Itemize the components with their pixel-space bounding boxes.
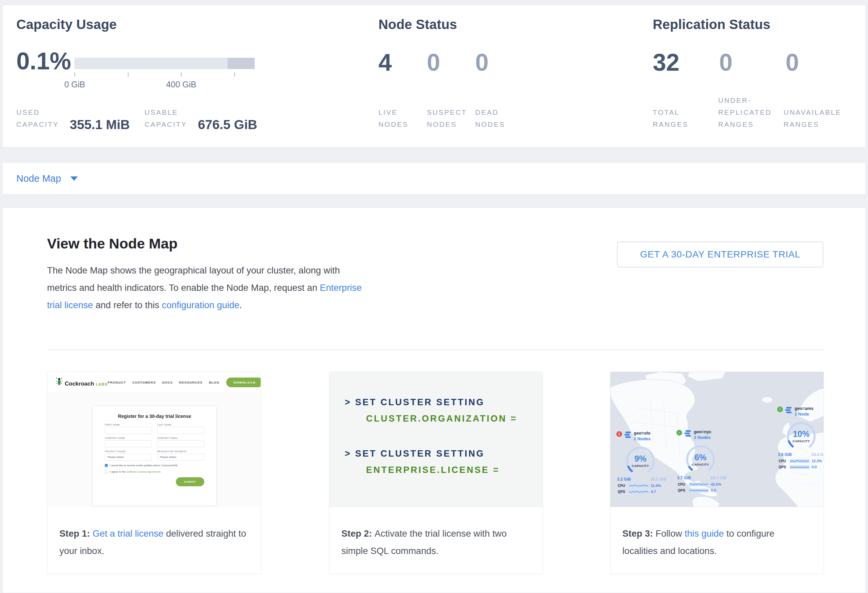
this-guide-link[interactable]: this guide: [685, 528, 724, 539]
field-label: COMPANY EMAIL: [157, 437, 204, 439]
total-capacity: 34.4 GiB: [811, 452, 824, 457]
field-label: PROJECT PHASE: [105, 450, 152, 453]
caption-text: Follow: [655, 528, 685, 539]
node-count: 2 Nodes: [634, 436, 651, 441]
total-ranges-value: 32: [653, 50, 719, 74]
error-badge: 1: [616, 431, 622, 437]
total-capacity: 65.7 GiB: [710, 475, 726, 480]
capacity-percent: 9%: [635, 455, 647, 463]
used-capacity: 3.7 GiB: [677, 475, 691, 480]
total-ranges-label: TOTAL RANGES: [653, 106, 700, 130]
qps-sparkline: [790, 465, 809, 469]
capacity-gauge: 6% CAPACITY: [685, 444, 716, 474]
capacity-bar-used-segment: [227, 58, 255, 69]
agree-text: I agree to the: [110, 470, 126, 473]
trial-license-site-thumbnail: Cockroach LABS PRODUCT CUSTOMERS DOCS RE…: [47, 372, 261, 507]
capacity-range: 3.2 GiB 35.1 GiB: [617, 477, 666, 482]
cpu-sparkline: [689, 483, 709, 486]
brand-suffix: LABS: [96, 382, 108, 386]
location-labels: geo=nyc 2 Nodes: [694, 429, 712, 440]
get-trial-license-link[interactable]: Get a trial license: [93, 528, 163, 539]
company-name-field: [105, 440, 152, 447]
view-selector-bar: Node Map: [2, 162, 866, 194]
capacity-label: CAPACITY: [793, 439, 810, 443]
qps-value: 0.0: [812, 465, 816, 469]
chevron-down-icon[interactable]: [71, 177, 78, 181]
node-status-labels: LIVE NODES SUSPECT NODES DEAD NODES: [378, 99, 524, 130]
submit-button: SUBMIT: [176, 477, 204, 486]
dead-nodes-label: DEAD NODES: [475, 106, 519, 130]
checkbox-checked-icon: [105, 464, 108, 467]
step-number: Step 1:: [59, 528, 93, 539]
under-replicated-ranges-label: UNDER-REPLICATED RANGES: [718, 94, 779, 130]
intro-text: .: [239, 300, 242, 310]
cpu-label: CPU: [779, 459, 788, 463]
dead-nodes-value: 0: [475, 50, 524, 74]
checkbox-unchecked-icon: [105, 470, 108, 473]
total-capacity: 35.1 GiB: [650, 477, 666, 482]
step1-card: Cockroach LABS PRODUCT CUSTOMERS DOCS RE…: [47, 372, 261, 574]
map-location-ams: geo=ams 1 Node 10% CAPACITY: [777, 406, 824, 469]
cpu-value: 11.0%: [651, 484, 661, 488]
unavailable-ranges-value: 0: [785, 50, 852, 74]
section-divider: [47, 350, 824, 350]
locality-name: geo=nyc: [694, 429, 712, 434]
cpu-value: 12.3%: [812, 459, 822, 463]
capacity-bar: 0 GiB 400 GiB: [74, 58, 255, 69]
node-status-values: 4 0 0: [378, 50, 524, 74]
cpu-sparkline: [629, 484, 648, 488]
field-label: LAST NAME: [157, 424, 204, 426]
project-phase-select: Please Select: [105, 453, 152, 461]
replication-status-title: Replication Status: [653, 17, 771, 32]
healthy-badge: [777, 406, 783, 412]
form-title: Register for a 30-day trial license: [105, 413, 204, 419]
capacity-usage-title: Capacity Usage: [16, 17, 117, 32]
first-name-field: [105, 427, 152, 434]
map-location-nyc: geo=nyc 2 Nodes 6% CAPACITY: [676, 429, 729, 492]
node-count: 1 Node: [794, 411, 813, 417]
cluster-summary-panel: Capacity Usage 0.1% 0 GiB 400 GiB USED C…: [2, 5, 866, 147]
view-selector-dropdown[interactable]: Node Map: [16, 173, 61, 184]
qps-value: 4.7: [651, 490, 656, 494]
cpu-sparkline: [790, 459, 809, 463]
company-email-field: [157, 440, 204, 447]
qps-sparkline: [689, 489, 709, 492]
reason-select: Please Select: [157, 453, 204, 461]
last-name-field: [157, 427, 204, 434]
axis-tick: [74, 72, 75, 77]
step-number: Step 3:: [622, 528, 655, 539]
step2-card: > SET CLUSTER SETTING CLUSTER.ORGANIZATI…: [329, 372, 543, 574]
step2-caption: Step 2: Activate the trial license with …: [329, 507, 543, 574]
qps-row: QPS 0.0: [779, 465, 824, 469]
map-location-sfo: 1 geo=sfo 2 Nodes: [616, 431, 669, 494]
qps-label: QPS: [678, 488, 687, 492]
cockroach-bug-icon: [56, 378, 62, 386]
agree-checkbox-label: I agree to the Software License Agreemen…: [110, 470, 161, 473]
node-status-title: Node Status: [378, 17, 457, 32]
get-enterprise-trial-button[interactable]: GET A 30-DAY ENTERPRISE TRIAL: [617, 241, 823, 268]
node-map-preview: 1 geo=sfo 2 Nodes: [610, 372, 824, 507]
cpu-row: CPU 42.5%: [678, 482, 729, 486]
locality-name: geo=sfo: [634, 431, 651, 436]
field-label: REASON FOR INTEREST: [157, 450, 204, 453]
cpu-label: CPU: [678, 482, 687, 486]
site-nav-item: BLOG: [209, 381, 220, 384]
axis-tick: [234, 72, 235, 77]
location-labels: geo=sfo 2 Nodes: [634, 431, 651, 441]
used-capacity: 3.6 GiB: [778, 452, 791, 457]
site-nav: Cockroach LABS PRODUCT CUSTOMERS DOCS RE…: [47, 372, 261, 393]
used-capacity-value: 355.1 MiB: [70, 118, 130, 132]
capacity-gauge: 9% CAPACITY: [624, 445, 657, 475]
sql-setting: ENTERPRISE.LICENSE =: [345, 465, 543, 475]
node-count: 2 Nodes: [694, 434, 712, 440]
site-nav-item: PRODUCT: [108, 381, 126, 384]
license-agreement-link: Software License Agreement.: [126, 470, 161, 473]
database-icon: [684, 430, 691, 438]
live-nodes-label: LIVE NODES: [378, 106, 422, 130]
configuration-guide-link[interactable]: configuration guide: [162, 300, 239, 310]
replication-status-values: 32 0 0: [653, 50, 852, 74]
step1-caption: Step 1: Get a trial license delivered st…: [47, 507, 261, 574]
sql-command: > SET CLUSTER SETTING: [345, 449, 543, 459]
capacity-percent: 10%: [793, 430, 810, 438]
healthy-badge: [676, 430, 682, 436]
